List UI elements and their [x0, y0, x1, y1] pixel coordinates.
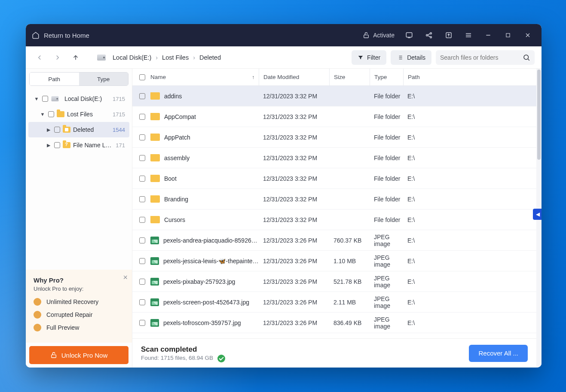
file-path: E:\ — [403, 237, 532, 244]
nav-up-button[interactable] — [69, 51, 83, 64]
file-name: assembly — [164, 155, 190, 161]
table-row[interactable]: AppPatch12/31/2023 3:32 PMFile folderE:\ — [132, 127, 536, 148]
nav-back-button[interactable] — [33, 51, 46, 64]
row-checkbox[interactable] — [139, 320, 145, 326]
svg-rect-1 — [406, 33, 412, 37]
table-row[interactable]: pexels-andrea-piacquadio-85926…12/31/202… — [132, 230, 536, 251]
feedback-icon[interactable] — [401, 27, 417, 43]
checkbox[interactable] — [54, 142, 60, 148]
tab-type[interactable]: Type — [79, 73, 128, 85]
recover-all-button[interactable]: Recover All ... — [469, 345, 528, 362]
search-input[interactable] — [440, 54, 519, 61]
folder-icon — [57, 110, 64, 118]
tree-name-lost[interactable]: ▶ File Name Lost 171 — [28, 137, 129, 153]
app-window: Return to Home Activate Local Disk(E:) ›… — [26, 24, 542, 368]
row-checkbox[interactable] — [139, 155, 145, 161]
file-name: Cursors — [164, 216, 185, 223]
file-name: pexels-tofroscom-359757.jpg — [163, 319, 241, 326]
table-row[interactable]: AppCompat12/31/2023 3:32 PMFile folderE:… — [132, 106, 536, 127]
unlock-pro-button[interactable]: Unlock Pro Now — [29, 346, 128, 364]
checkbox[interactable] — [54, 127, 60, 133]
maximize-icon[interactable] — [500, 27, 516, 43]
column-date[interactable]: Date Modified — [259, 69, 329, 85]
recover-all-label: Recover All ... — [478, 349, 518, 357]
row-checkbox[interactable] — [139, 196, 145, 202]
column-name[interactable]: Name↑ — [150, 69, 259, 85]
scrollbar-thumb[interactable] — [537, 70, 541, 160]
column-type[interactable]: Type — [370, 69, 403, 85]
file-date: 12/31/2023 3:26 PM — [259, 278, 329, 285]
folder-icon — [150, 195, 160, 203]
row-checkbox[interactable] — [139, 299, 145, 305]
wrench-icon — [34, 311, 41, 319]
activate-label: Activate — [373, 32, 395, 39]
table-row[interactable]: Cursors12/31/2023 3:32 PMFile folderE:\ — [132, 210, 536, 230]
minimize-icon[interactable] — [480, 27, 496, 43]
details-button[interactable]: Details — [391, 50, 431, 65]
file-date: 12/31/2023 3:32 PM — [259, 196, 329, 203]
file-date: 12/31/2023 3:32 PM — [259, 93, 329, 100]
file-type: File folder — [370, 134, 403, 141]
breadcrumb-deleted[interactable]: Deleted — [199, 54, 221, 61]
breadcrumb-lost[interactable]: Lost Files — [162, 54, 189, 61]
table-row[interactable]: pexels-jessica-lewis-🦋-thepainted…12/31/… — [132, 251, 536, 271]
promo-feature: Corrupted Repair — [34, 311, 124, 319]
expander-icon[interactable]: ▼ — [34, 96, 40, 101]
file-type: File folder — [370, 155, 403, 161]
table-row[interactable]: Boot12/31/2023 3:32 PMFile folderE:\ — [132, 168, 536, 189]
update-icon[interactable] — [441, 27, 456, 43]
tab-path[interactable]: Path — [30, 73, 79, 85]
close-icon[interactable] — [520, 27, 535, 43]
promo-feature-label: Unlimited Recovery — [46, 298, 98, 305]
search-box[interactable] — [436, 50, 535, 65]
svg-rect-0 — [364, 35, 369, 38]
row-checkbox[interactable] — [139, 114, 145, 120]
file-date: 12/31/2023 3:32 PM — [259, 155, 329, 161]
row-checkbox[interactable] — [139, 176, 145, 182]
svg-rect-6 — [506, 33, 510, 37]
tree: ▼ Local Disk(E:) 1715 ▼ Lost Files 1715 … — [26, 88, 132, 157]
filter-button[interactable]: Filter — [352, 50, 386, 65]
table-row[interactable]: pexels-pixabay-257923.jpg12/31/2023 3:26… — [132, 271, 536, 292]
file-path: E:\ — [403, 278, 532, 285]
return-home-button[interactable]: Return to Home — [32, 31, 89, 39]
promo-feature-label: Corrupted Repair — [46, 311, 92, 318]
breadcrumb-root[interactable]: Local Disk(E:) — [113, 54, 151, 61]
search-icon[interactable] — [523, 54, 530, 61]
expander-icon[interactable]: ▼ — [40, 112, 46, 117]
list-icon — [397, 55, 404, 61]
expander-icon[interactable]: ▶ — [46, 143, 52, 148]
file-list: Name↑ Date Modified Size Type Path addin… — [132, 69, 536, 368]
file-date: 12/31/2023 3:32 PM — [259, 113, 329, 120]
column-size[interactable]: Size — [329, 69, 370, 85]
file-name: Boot — [164, 175, 177, 182]
side-collapse-tab[interactable]: ◀ — [533, 209, 542, 220]
row-checkbox[interactable] — [139, 258, 145, 264]
table-row[interactable]: pexels-tofroscom-359757.jpg12/31/2023 3:… — [132, 313, 536, 333]
nav-forward-button[interactable] — [51, 51, 64, 64]
row-checkbox[interactable] — [139, 237, 145, 243]
table-row[interactable]: addins12/31/2023 3:32 PMFile folderE:\ — [132, 86, 536, 106]
menu-icon[interactable] — [461, 27, 476, 43]
close-icon[interactable]: × — [123, 273, 128, 282]
tree-deleted[interactable]: ▶ Deleted 1544 — [28, 122, 129, 137]
file-size: 521.78 KB — [329, 278, 370, 285]
row-checkbox[interactable] — [139, 134, 145, 140]
expander-icon[interactable]: ▶ — [46, 127, 52, 133]
select-all-checkbox[interactable] — [139, 74, 145, 80]
table-row[interactable]: assembly12/31/2023 3:32 PMFile folderE:\ — [132, 148, 536, 168]
checkbox[interactable] — [48, 111, 54, 117]
promo-feature: Full Preview — [34, 324, 124, 331]
table-row[interactable]: Branding12/31/2023 3:32 PMFile folderE:\ — [132, 189, 536, 210]
row-checkbox[interactable] — [139, 217, 145, 223]
file-date: 12/31/2023 3:26 PM — [259, 299, 329, 306]
tree-lost-files[interactable]: ▼ Lost Files 1715 — [28, 106, 129, 122]
table-row[interactable]: pexels-screen-post-4526473.jpg12/31/2023… — [132, 292, 536, 313]
checkbox[interactable] — [42, 96, 48, 102]
row-checkbox[interactable] — [139, 93, 145, 99]
row-checkbox[interactable] — [139, 279, 145, 285]
share-icon[interactable] — [421, 27, 437, 43]
column-path[interactable]: Path — [403, 69, 532, 85]
activate-button[interactable]: Activate — [363, 32, 395, 39]
tree-root[interactable]: ▼ Local Disk(E:) 1715 — [28, 91, 129, 106]
